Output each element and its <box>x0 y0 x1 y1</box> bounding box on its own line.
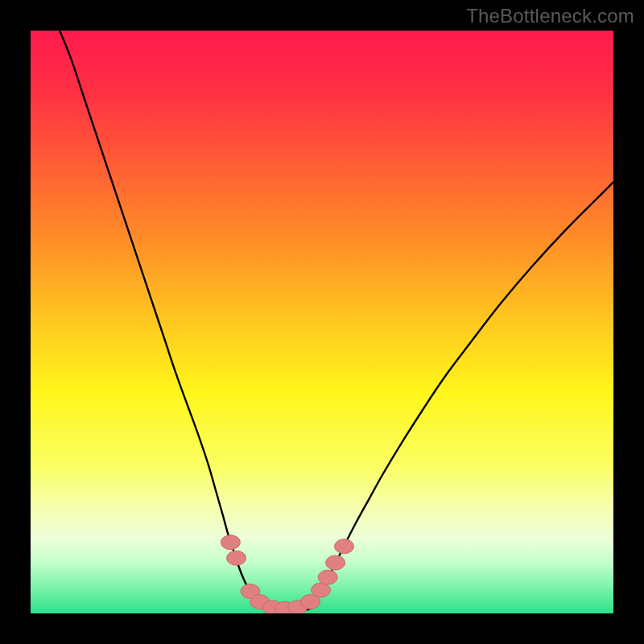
plot-area <box>31 31 613 613</box>
marker-10 <box>326 555 345 570</box>
marker-8 <box>312 583 331 597</box>
gradient-background <box>31 31 613 613</box>
chart-frame: TheBottleneck.com <box>0 0 644 644</box>
marker-9 <box>318 570 337 584</box>
watermark-text: TheBottleneck.com <box>466 5 634 27</box>
marker-0 <box>221 535 240 550</box>
chart-svg <box>31 31 613 613</box>
marker-1 <box>227 551 246 565</box>
marker-11 <box>335 539 354 554</box>
